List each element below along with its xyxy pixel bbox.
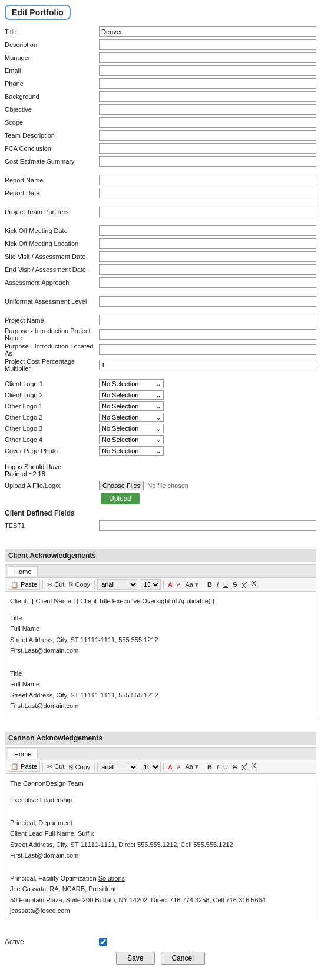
- save-button[interactable]: Save: [116, 952, 154, 965]
- client-ack-blank-2: [10, 657, 311, 663]
- input-title[interactable]: [99, 26, 316, 37]
- toolbar-copy-btn[interactable]: ⎘ Copy: [67, 580, 92, 589]
- form-row-end-visit-date: End Visit / Assessment Date: [5, 264, 316, 275]
- client-ack-line-title-2: Title: [10, 669, 311, 679]
- input-uniformat[interactable]: [99, 296, 316, 307]
- select-other-logo-3[interactable]: No Selection ⌄: [99, 424, 164, 433]
- toolbar-font-shrink-btn[interactable]: A: [175, 581, 182, 588]
- input-test1[interactable]: [99, 520, 316, 531]
- chevron-down-icon: ⌄: [156, 381, 161, 387]
- input-phone[interactable]: [99, 78, 316, 89]
- cannon-ack-home-tab[interactable]: Home: [8, 749, 38, 759]
- input-assessment-approach[interactable]: [99, 277, 316, 288]
- cannon-toolbar-font-grow-btn[interactable]: A: [166, 763, 174, 771]
- client-ack-line-1: Client: [ Client Name ] [ Client Title E…: [10, 596, 311, 606]
- toolbar-underline-btn[interactable]: U: [221, 580, 230, 589]
- toolbar-strikethrough-btn[interactable]: S: [231, 580, 239, 589]
- cannon-toolbar-font-select[interactable]: arial: [97, 762, 138, 772]
- toolbar-sep-4: [203, 580, 203, 589]
- cancel-button[interactable]: Cancel: [161, 952, 205, 965]
- chevron-down-icon: ⌄: [156, 448, 161, 454]
- input-project-team-partners[interactable]: [99, 207, 316, 217]
- select-client-logo-1[interactable]: No Selection ⌄: [99, 379, 164, 388]
- input-email[interactable]: [99, 65, 316, 76]
- cannon-toolbar-subscript-btn[interactable]: X,: [250, 762, 259, 772]
- input-project-name[interactable]: [99, 315, 316, 325]
- form-row-assessment-approach: Assessment Approach: [5, 277, 316, 288]
- input-fca-conclusion[interactable]: [99, 143, 316, 154]
- input-site-visit-date[interactable]: [99, 251, 316, 262]
- input-cost-estimate-summary[interactable]: [99, 156, 316, 167]
- cannon-toolbar-underline-btn[interactable]: U: [221, 763, 230, 771]
- input-manager[interactable]: [99, 52, 316, 63]
- input-kick-off-date[interactable]: [99, 225, 316, 236]
- client-ack-content[interactable]: Client: [ Client Name ] [ Client Title E…: [5, 592, 316, 717]
- select-other-logo-2[interactable]: No Selection ⌄: [99, 413, 164, 422]
- cannon-toolbar-italic-btn[interactable]: I: [215, 763, 220, 771]
- select-other-logo-1[interactable]: No Selection ⌄: [99, 401, 164, 411]
- label-title: Title: [5, 28, 99, 35]
- label-objective: Objective: [5, 106, 99, 113]
- input-purpose-intro-located-as[interactable]: [99, 344, 316, 355]
- input-report-name[interactable]: [99, 175, 316, 185]
- label-report-name: Report Name: [5, 177, 99, 184]
- toolbar-size-select[interactable]: 10: [140, 579, 161, 590]
- input-background[interactable]: [99, 91, 316, 102]
- cannon-ack-line-2: Executive Leadership: [10, 795, 311, 805]
- client-ack-home-tab[interactable]: Home: [8, 566, 38, 576]
- cannon-toolbar-strikethrough-btn[interactable]: S: [231, 763, 239, 771]
- bottom-buttons: Save Cancel: [5, 952, 316, 965]
- select-client-logo-2[interactable]: No Selection ⌄: [99, 390, 164, 400]
- input-project-cost-pct[interactable]: [99, 360, 316, 370]
- cannon-ack-line-7: Principal, Facility Optimization Solutio…: [10, 873, 311, 883]
- select-other-logo-4[interactable]: No Selection ⌄: [99, 435, 164, 444]
- toolbar-paste-btn[interactable]: 📋 Paste: [8, 580, 40, 590]
- input-scope[interactable]: [99, 117, 316, 128]
- form-row-test1: TEST1: [5, 520, 316, 531]
- active-row: Active: [5, 938, 316, 946]
- toolbar-cut-btn[interactable]: ✂ Cut: [45, 580, 66, 589]
- toolbar-font-grow-btn[interactable]: A: [166, 580, 174, 589]
- toolbar-italic-btn[interactable]: I: [215, 580, 220, 589]
- cannon-toolbar-bold-btn[interactable]: B: [206, 763, 214, 771]
- client-ack-line-address-2: Street Address, City, ST 11111-1111, 555…: [10, 690, 311, 700]
- form-row-fca-conclusion: FCA Conclusion: [5, 142, 316, 154]
- client-acknowledgements-header: Client Acknowledgements: [5, 549, 316, 562]
- input-kick-off-location[interactable]: [99, 238, 316, 249]
- cannon-toolbar-copy-btn[interactable]: ⎘ Copy: [67, 763, 92, 771]
- input-report-date[interactable]: [99, 188, 316, 198]
- active-checkbox[interactable]: [99, 938, 107, 946]
- toolbar-bold-btn[interactable]: B: [206, 580, 214, 589]
- input-objective[interactable]: [99, 104, 316, 115]
- cannon-toolbar-size-select[interactable]: 10: [140, 762, 161, 772]
- select-cover-page-photo[interactable]: No Selection ⌄: [99, 446, 164, 456]
- label-site-visit-date: Site Visit / Assessment Date: [5, 253, 99, 260]
- cannon-toolbar-paste-btn[interactable]: 📋 Paste: [8, 762, 40, 772]
- cannon-ack-content[interactable]: The CannonDesign Team Executive Leadersh…: [5, 774, 316, 922]
- cannon-toolbar-font-shrink-btn[interactable]: A: [175, 763, 182, 770]
- label-test1: TEST1: [5, 522, 99, 529]
- client-ack-line-email-1: First.Last@domain.com: [10, 646, 311, 656]
- label-report-date: Report Date: [5, 190, 99, 197]
- client-ack-toolbar: 📋 Paste ✂ Cut ⎘ Copy arial 10 A A Aa ▾ B…: [5, 578, 316, 592]
- toolbar-aa-btn[interactable]: Aa ▾: [183, 580, 200, 589]
- input-end-visit-date[interactable]: [99, 264, 316, 275]
- input-team-description[interactable]: [99, 130, 316, 141]
- form-row-project-name: Project Name: [5, 314, 316, 326]
- cannon-toolbar-superscript-btn[interactable]: X': [240, 762, 249, 772]
- client-ack-line-address-1: Street Address, City, ST 11111-1111, 555…: [10, 635, 311, 645]
- logos-ratio-value: Ratio of ~2.18: [5, 470, 316, 477]
- form-row-description: Description: [5, 39, 316, 51]
- toolbar-superscript-btn[interactable]: X': [240, 580, 249, 590]
- input-purpose-intro-project-name[interactable]: [99, 329, 316, 340]
- form-row-uniformat: Uniformat Assessment Level: [5, 295, 316, 307]
- toolbar-subscript-btn[interactable]: X,: [250, 579, 259, 589]
- form-row-report-date: Report Date: [5, 187, 316, 199]
- input-description[interactable]: [99, 39, 316, 50]
- cannon-toolbar-aa-btn[interactable]: Aa ▾: [183, 762, 200, 771]
- upload-button[interactable]: Upload: [101, 493, 140, 504]
- toolbar-font-select[interactable]: arial: [97, 579, 138, 590]
- form-row-site-visit-date: Site Visit / Assessment Date: [5, 251, 316, 263]
- cannon-toolbar-cut-btn[interactable]: ✂ Cut: [45, 762, 66, 771]
- choose-files-button[interactable]: Choose Files: [99, 481, 144, 490]
